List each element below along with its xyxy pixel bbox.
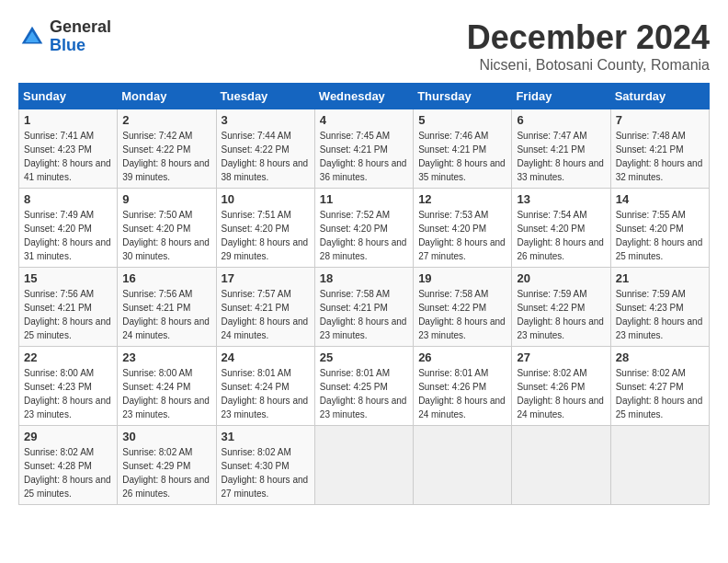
day-number: 4 xyxy=(320,113,408,127)
calendar-cell: 22 Sunrise: 8:00 AMSunset: 4:23 PMDaylig… xyxy=(19,347,118,426)
day-number: 11 xyxy=(320,192,408,206)
calendar-cell: 7 Sunrise: 7:48 AMSunset: 4:21 PMDayligh… xyxy=(610,109,709,189)
calendar-cell: 5 Sunrise: 7:46 AMSunset: 4:21 PMDayligh… xyxy=(414,109,512,189)
day-number: 6 xyxy=(517,113,605,127)
day-number: 20 xyxy=(517,271,605,285)
calendar-week-row: 8 Sunrise: 7:49 AMSunset: 4:20 PMDayligh… xyxy=(19,189,710,268)
day-info: Sunrise: 7:50 AMSunset: 4:20 PMDaylight:… xyxy=(122,210,210,261)
weekday-header: Tuesday xyxy=(216,84,314,109)
calendar-cell: 16 Sunrise: 7:56 AMSunset: 4:21 PMDaylig… xyxy=(118,268,216,347)
weekday-header: Saturday xyxy=(610,84,709,109)
calendar-cell xyxy=(314,426,413,505)
calendar-cell xyxy=(414,426,512,505)
calendar-cell: 14 Sunrise: 7:55 AMSunset: 4:20 PMDaylig… xyxy=(610,189,709,268)
calendar-cell: 12 Sunrise: 7:53 AMSunset: 4:20 PMDaylig… xyxy=(414,189,512,268)
calendar-cell: 21 Sunrise: 7:59 AMSunset: 4:23 PMDaylig… xyxy=(610,268,709,347)
calendar-header-row: SundayMondayTuesdayWednesdayThursdayFrid… xyxy=(19,84,710,109)
main-title: December 2024 xyxy=(467,18,710,57)
day-number: 24 xyxy=(222,350,310,364)
day-info: Sunrise: 7:52 AMSunset: 4:20 PMDaylight:… xyxy=(320,210,407,261)
calendar-cell: 29 Sunrise: 8:02 AMSunset: 4:28 PMDaylig… xyxy=(19,426,118,505)
day-number: 29 xyxy=(24,430,112,443)
calendar-cell: 20 Sunrise: 7:59 AMSunset: 4:22 PMDaylig… xyxy=(512,268,610,347)
calendar-cell: 31 Sunrise: 8:02 AMSunset: 4:30 PMDaylig… xyxy=(216,426,314,505)
logo-general: General xyxy=(50,18,111,37)
day-info: Sunrise: 8:02 AMSunset: 4:30 PMDaylight:… xyxy=(222,447,309,499)
day-info: Sunrise: 7:59 AMSunset: 4:23 PMDaylight:… xyxy=(616,289,703,340)
day-number: 25 xyxy=(320,350,408,364)
day-info: Sunrise: 8:01 AMSunset: 4:24 PMDaylight:… xyxy=(222,368,309,419)
weekday-header: Wednesday xyxy=(314,84,413,109)
day-info: Sunrise: 8:02 AMSunset: 4:27 PMDaylight:… xyxy=(616,368,703,419)
logo-blue: Blue xyxy=(50,37,111,55)
calendar-week-row: 1 Sunrise: 7:41 AMSunset: 4:23 PMDayligh… xyxy=(19,109,710,189)
day-info: Sunrise: 8:02 AMSunset: 4:26 PMDaylight:… xyxy=(517,368,604,419)
day-number: 12 xyxy=(418,192,506,206)
logo-text: General Blue xyxy=(50,18,111,55)
day-info: Sunrise: 7:56 AMSunset: 4:21 PMDaylight:… xyxy=(122,289,210,340)
calendar-cell: 13 Sunrise: 7:54 AMSunset: 4:20 PMDaylig… xyxy=(512,189,610,268)
day-info: Sunrise: 7:44 AMSunset: 4:22 PMDaylight:… xyxy=(222,131,309,182)
day-info: Sunrise: 8:00 AMSunset: 4:24 PMDaylight:… xyxy=(122,368,210,419)
calendar-week-row: 22 Sunrise: 8:00 AMSunset: 4:23 PMDaylig… xyxy=(19,347,710,426)
day-info: Sunrise: 7:55 AMSunset: 4:20 PMDaylight:… xyxy=(616,210,703,261)
calendar-cell: 17 Sunrise: 7:57 AMSunset: 4:21 PMDaylig… xyxy=(216,268,314,347)
calendar-cell: 23 Sunrise: 8:00 AMSunset: 4:24 PMDaylig… xyxy=(118,347,216,426)
calendar-cell: 15 Sunrise: 7:56 AMSunset: 4:21 PMDaylig… xyxy=(19,268,118,347)
day-number: 10 xyxy=(222,192,310,206)
day-number: 8 xyxy=(24,192,112,206)
weekday-header: Thursday xyxy=(414,84,512,109)
weekday-header: Monday xyxy=(118,84,216,109)
day-info: Sunrise: 7:54 AMSunset: 4:20 PMDaylight:… xyxy=(517,210,604,261)
day-info: Sunrise: 8:02 AMSunset: 4:28 PMDaylight:… xyxy=(24,447,111,499)
calendar-cell: 3 Sunrise: 7:44 AMSunset: 4:22 PMDayligh… xyxy=(216,109,314,189)
day-number: 9 xyxy=(122,192,210,206)
calendar-cell: 26 Sunrise: 8:01 AMSunset: 4:26 PMDaylig… xyxy=(414,347,512,426)
day-info: Sunrise: 7:48 AMSunset: 4:21 PMDaylight:… xyxy=(616,131,703,182)
day-number: 19 xyxy=(418,271,506,285)
logo: General Blue xyxy=(18,18,111,55)
day-info: Sunrise: 7:42 AMSunset: 4:22 PMDaylight:… xyxy=(122,131,210,182)
calendar-cell: 30 Sunrise: 8:02 AMSunset: 4:29 PMDaylig… xyxy=(118,426,216,505)
calendar-cell: 28 Sunrise: 8:02 AMSunset: 4:27 PMDaylig… xyxy=(610,347,709,426)
day-info: Sunrise: 7:46 AMSunset: 4:21 PMDaylight:… xyxy=(418,131,506,182)
day-info: Sunrise: 7:41 AMSunset: 4:23 PMDaylight:… xyxy=(24,131,111,182)
day-number: 21 xyxy=(616,271,704,285)
day-info: Sunrise: 7:56 AMSunset: 4:21 PMDaylight:… xyxy=(24,289,111,340)
calendar-cell: 4 Sunrise: 7:45 AMSunset: 4:21 PMDayligh… xyxy=(314,109,413,189)
calendar-cell: 25 Sunrise: 8:01 AMSunset: 4:25 PMDaylig… xyxy=(314,347,413,426)
calendar-cell: 6 Sunrise: 7:47 AMSunset: 4:21 PMDayligh… xyxy=(512,109,610,189)
day-number: 17 xyxy=(222,271,310,285)
calendar-cell: 10 Sunrise: 7:51 AMSunset: 4:20 PMDaylig… xyxy=(216,189,314,268)
day-info: Sunrise: 7:45 AMSunset: 4:21 PMDaylight:… xyxy=(320,131,407,182)
day-info: Sunrise: 7:57 AMSunset: 4:21 PMDaylight:… xyxy=(222,289,309,340)
day-number: 3 xyxy=(222,113,310,127)
day-number: 26 xyxy=(418,350,506,364)
day-info: Sunrise: 8:01 AMSunset: 4:26 PMDaylight:… xyxy=(418,368,506,419)
day-number: 14 xyxy=(616,192,704,206)
day-number: 22 xyxy=(24,350,112,364)
day-number: 15 xyxy=(24,271,112,285)
day-number: 23 xyxy=(122,350,210,364)
calendar-cell: 2 Sunrise: 7:42 AMSunset: 4:22 PMDayligh… xyxy=(118,109,216,189)
calendar-cell xyxy=(512,426,610,505)
day-info: Sunrise: 8:00 AMSunset: 4:23 PMDaylight:… xyxy=(24,368,111,419)
day-number: 30 xyxy=(122,430,210,443)
calendar-cell: 24 Sunrise: 8:01 AMSunset: 4:24 PMDaylig… xyxy=(216,347,314,426)
day-info: Sunrise: 7:58 AMSunset: 4:22 PMDaylight:… xyxy=(418,289,506,340)
day-number: 18 xyxy=(320,271,408,285)
day-number: 31 xyxy=(222,430,310,443)
title-section: December 2024 Nicseni, Botosani County, … xyxy=(467,18,710,74)
page-header: General Blue December 2024 Nicseni, Boto… xyxy=(18,18,710,74)
day-number: 27 xyxy=(517,350,605,364)
logo-icon xyxy=(18,23,46,51)
day-info: Sunrise: 7:49 AMSunset: 4:20 PMDaylight:… xyxy=(24,210,111,261)
weekday-header: Sunday xyxy=(19,84,118,109)
calendar-cell xyxy=(610,426,709,505)
calendar-table: SundayMondayTuesdayWednesdayThursdayFrid… xyxy=(18,83,710,505)
day-number: 5 xyxy=(418,113,506,127)
calendar-cell: 19 Sunrise: 7:58 AMSunset: 4:22 PMDaylig… xyxy=(414,268,512,347)
calendar-cell: 1 Sunrise: 7:41 AMSunset: 4:23 PMDayligh… xyxy=(19,109,118,189)
day-info: Sunrise: 7:59 AMSunset: 4:22 PMDaylight:… xyxy=(517,289,604,340)
calendar-cell: 18 Sunrise: 7:58 AMSunset: 4:21 PMDaylig… xyxy=(314,268,413,347)
